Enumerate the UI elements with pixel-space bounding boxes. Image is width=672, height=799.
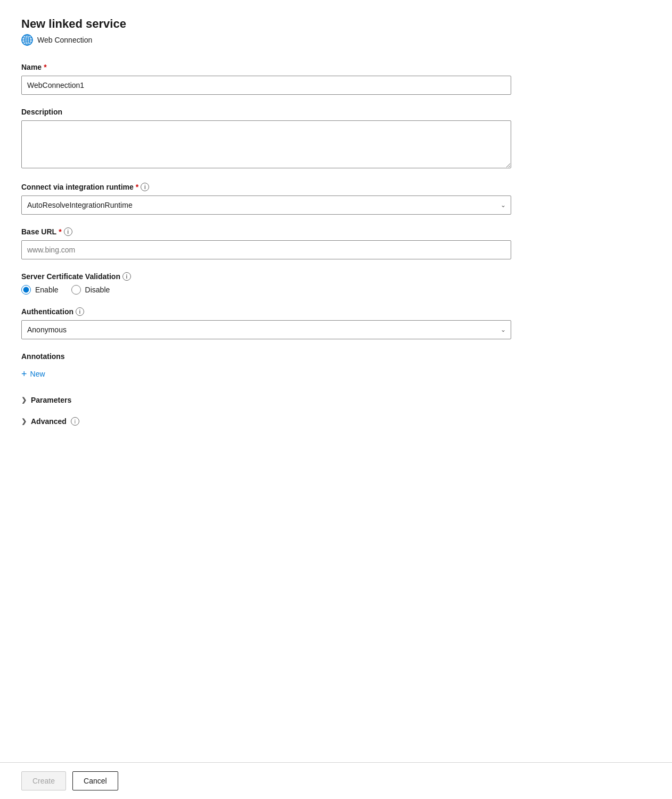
runtime-info-icon[interactable]: i — [141, 183, 149, 191]
globe-icon — [21, 34, 33, 46]
enable-radio[interactable] — [21, 285, 31, 295]
cert-validation-info-icon[interactable]: i — [122, 272, 131, 281]
integration-runtime-label: Connect via integration runtime * i — [21, 183, 511, 191]
authentication-group: Authentication i Anonymous ⌄ — [21, 307, 511, 339]
new-annotation-button[interactable]: + New — [21, 367, 45, 381]
description-label: Description — [21, 108, 511, 116]
runtime-select-wrapper: AutoResolveIntegrationRuntime ⌄ — [21, 195, 511, 215]
name-input[interactable] — [21, 76, 511, 95]
new-annotation-label: New — [30, 370, 45, 378]
name-group: Name * — [21, 63, 511, 95]
authentication-select[interactable]: Anonymous — [21, 320, 511, 339]
disable-label: Disable — [85, 286, 110, 294]
description-group: Description — [21, 108, 511, 170]
base-url-info-icon[interactable]: i — [64, 227, 72, 236]
cancel-button[interactable]: Cancel — [72, 771, 118, 790]
runtime-required: * — [136, 183, 138, 191]
cert-validation-group: Server Certificate Validation i Enable D… — [21, 272, 511, 295]
disable-radio-option[interactable]: Disable — [71, 285, 110, 295]
footer-bar: Create Cancel — [0, 762, 672, 799]
base-url-input[interactable] — [21, 240, 511, 259]
main-content: New linked service Web Connection Name * — [0, 0, 532, 762]
annotations-title: Annotations — [21, 352, 511, 361]
parameters-section: ❯ Parameters — [21, 394, 511, 406]
authentication-info-icon[interactable]: i — [76, 307, 84, 316]
plus-icon: + — [21, 369, 27, 379]
disable-radio[interactable] — [71, 285, 81, 295]
base-url-required: * — [59, 227, 61, 236]
enable-radio-option[interactable]: Enable — [21, 285, 59, 295]
cert-validation-label: Server Certificate Validation i — [21, 272, 511, 281]
authentication-select-wrapper: Anonymous ⌄ — [21, 320, 511, 339]
subtitle-text: Web Connection — [37, 36, 92, 44]
cert-validation-radio-group: Enable Disable — [21, 285, 511, 295]
annotations-section: Annotations + New — [21, 352, 511, 381]
parameters-chevron-icon: ❯ — [21, 396, 27, 404]
parameters-header[interactable]: ❯ Parameters — [21, 394, 71, 406]
page-title: New linked service — [21, 17, 511, 31]
subtitle-row: Web Connection — [21, 34, 511, 46]
advanced-label: Advanced — [31, 417, 67, 426]
create-button: Create — [21, 771, 66, 790]
base-url-label: Base URL * i — [21, 227, 511, 236]
authentication-label: Authentication i — [21, 307, 511, 316]
advanced-chevron-icon: ❯ — [21, 418, 27, 425]
enable-label: Enable — [35, 286, 59, 294]
advanced-info-icon[interactable]: i — [71, 417, 79, 426]
base-url-group: Base URL * i — [21, 227, 511, 259]
name-required: * — [44, 63, 46, 71]
page-container: New linked service Web Connection Name * — [0, 0, 672, 799]
integration-runtime-group: Connect via integration runtime * i Auto… — [21, 183, 511, 215]
advanced-header[interactable]: ❯ Advanced i — [21, 415, 79, 428]
advanced-section: ❯ Advanced i — [21, 415, 511, 428]
parameters-label: Parameters — [31, 396, 71, 404]
runtime-select[interactable]: AutoResolveIntegrationRuntime — [21, 195, 511, 215]
name-label: Name * — [21, 63, 511, 71]
description-textarea[interactable] — [21, 120, 511, 168]
